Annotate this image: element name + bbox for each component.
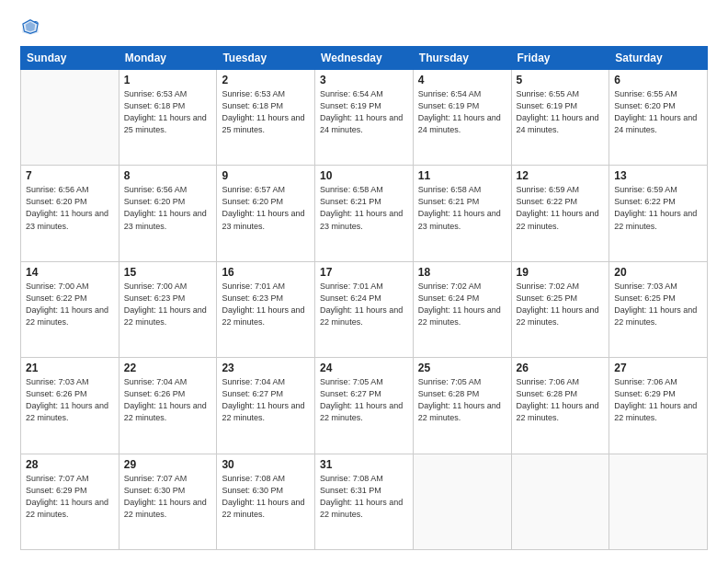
day-number: 13 xyxy=(614,169,702,182)
calendar-cell: 6Sunrise: 6:55 AMSunset: 6:20 PMDaylight… xyxy=(609,70,708,166)
calendar-cell: 28Sunrise: 7:07 AMSunset: 6:29 PMDayligh… xyxy=(21,454,119,549)
day-number: 29 xyxy=(124,458,212,471)
cell-content: Sunrise: 7:06 AMSunset: 6:29 PMDaylight:… xyxy=(614,376,702,424)
cell-content: Sunrise: 6:57 AMSunset: 6:20 PMDaylight:… xyxy=(222,184,310,232)
day-number: 10 xyxy=(320,169,408,182)
day-number: 7 xyxy=(26,169,114,182)
cell-content: Sunrise: 7:04 AMSunset: 6:27 PMDaylight:… xyxy=(222,376,310,424)
cell-content: Sunrise: 7:05 AMSunset: 6:27 PMDaylight:… xyxy=(320,376,408,424)
day-number: 3 xyxy=(320,74,408,86)
day-number: 2 xyxy=(222,74,310,86)
day-number: 21 xyxy=(26,362,114,374)
cell-content: Sunrise: 7:01 AMSunset: 6:23 PMDaylight:… xyxy=(222,281,310,328)
day-number: 12 xyxy=(517,169,605,182)
cell-content: Sunrise: 6:58 AMSunset: 6:21 PMDaylight:… xyxy=(320,184,408,232)
calendar-cell xyxy=(21,70,119,166)
cell-content: Sunrise: 7:08 AMSunset: 6:30 PMDaylight:… xyxy=(222,473,310,521)
calendar-cell: 2Sunrise: 6:53 AMSunset: 6:18 PMDaylight… xyxy=(217,70,315,166)
day-number: 8 xyxy=(124,169,212,182)
day-number: 19 xyxy=(517,266,605,279)
day-number: 24 xyxy=(320,362,408,374)
day-number: 30 xyxy=(222,458,310,471)
cell-content: Sunrise: 6:56 AMSunset: 6:20 PMDaylight:… xyxy=(124,184,212,232)
day-number: 25 xyxy=(418,362,506,374)
cell-content: Sunrise: 7:05 AMSunset: 6:28 PMDaylight:… xyxy=(418,376,506,424)
header-cell-monday: Monday xyxy=(119,47,217,70)
calendar-cell: 15Sunrise: 7:00 AMSunset: 6:23 PMDayligh… xyxy=(119,261,217,357)
calendar-row: 14Sunrise: 7:00 AMSunset: 6:22 PMDayligh… xyxy=(21,261,708,357)
day-number: 27 xyxy=(614,362,702,374)
day-number: 4 xyxy=(418,74,506,86)
calendar-cell: 4Sunrise: 6:54 AMSunset: 6:19 PMDaylight… xyxy=(413,70,511,166)
calendar-cell: 13Sunrise: 6:59 AMSunset: 6:22 PMDayligh… xyxy=(609,166,708,261)
page: SundayMondayTuesdayWednesdayThursdayFrid… xyxy=(0,0,728,563)
calendar-cell: 12Sunrise: 6:59 AMSunset: 6:22 PMDayligh… xyxy=(511,166,609,261)
cell-content: Sunrise: 7:02 AMSunset: 6:24 PMDaylight:… xyxy=(418,281,506,328)
calendar-cell: 3Sunrise: 6:54 AMSunset: 6:19 PMDaylight… xyxy=(315,70,414,166)
calendar-row: 21Sunrise: 7:03 AMSunset: 6:26 PMDayligh… xyxy=(21,358,708,454)
calendar-cell: 17Sunrise: 7:01 AMSunset: 6:24 PMDayligh… xyxy=(315,261,414,357)
cell-content: Sunrise: 7:07 AMSunset: 6:30 PMDaylight:… xyxy=(124,473,212,521)
day-number: 16 xyxy=(222,266,310,279)
calendar-cell: 31Sunrise: 7:08 AMSunset: 6:31 PMDayligh… xyxy=(315,454,414,549)
cell-content: Sunrise: 6:54 AMSunset: 6:19 PMDaylight:… xyxy=(320,88,408,136)
day-number: 17 xyxy=(320,266,408,279)
calendar-cell: 26Sunrise: 7:06 AMSunset: 6:28 PMDayligh… xyxy=(511,358,609,454)
cell-content: Sunrise: 7:02 AMSunset: 6:25 PMDaylight:… xyxy=(517,281,605,328)
day-number: 15 xyxy=(124,266,212,279)
cell-content: Sunrise: 7:00 AMSunset: 6:22 PMDaylight:… xyxy=(26,281,114,328)
calendar-row: 28Sunrise: 7:07 AMSunset: 6:29 PMDayligh… xyxy=(21,454,708,549)
calendar-cell: 1Sunrise: 6:53 AMSunset: 6:18 PMDaylight… xyxy=(119,70,217,166)
calendar-cell: 21Sunrise: 7:03 AMSunset: 6:26 PMDayligh… xyxy=(21,358,119,454)
calendar-cell: 7Sunrise: 6:56 AMSunset: 6:20 PMDaylight… xyxy=(21,166,119,261)
calendar-cell: 18Sunrise: 7:02 AMSunset: 6:24 PMDayligh… xyxy=(413,261,511,357)
cell-content: Sunrise: 7:06 AMSunset: 6:28 PMDaylight:… xyxy=(517,376,605,424)
cell-content: Sunrise: 7:00 AMSunset: 6:23 PMDaylight:… xyxy=(124,281,212,328)
day-number: 6 xyxy=(614,74,702,86)
day-number: 26 xyxy=(517,362,605,374)
calendar-cell: 22Sunrise: 7:04 AMSunset: 6:26 PMDayligh… xyxy=(119,358,217,454)
calendar-cell: 25Sunrise: 7:05 AMSunset: 6:28 PMDayligh… xyxy=(413,358,511,454)
header-cell-saturday: Saturday xyxy=(609,47,708,70)
day-number: 9 xyxy=(222,169,310,182)
cell-content: Sunrise: 6:55 AMSunset: 6:20 PMDaylight:… xyxy=(614,88,702,136)
calendar-cell xyxy=(413,454,511,549)
day-number: 28 xyxy=(26,458,114,471)
calendar-cell: 19Sunrise: 7:02 AMSunset: 6:25 PMDayligh… xyxy=(511,261,609,357)
calendar-cell: 11Sunrise: 6:58 AMSunset: 6:21 PMDayligh… xyxy=(413,166,511,261)
calendar-cell: 16Sunrise: 7:01 AMSunset: 6:23 PMDayligh… xyxy=(217,261,315,357)
cell-content: Sunrise: 6:59 AMSunset: 6:22 PMDaylight:… xyxy=(517,184,605,232)
calendar-cell xyxy=(511,454,609,549)
header-cell-wednesday: Wednesday xyxy=(315,47,414,70)
header xyxy=(20,17,708,37)
header-cell-sunday: Sunday xyxy=(21,47,119,70)
calendar-cell: 29Sunrise: 7:07 AMSunset: 6:30 PMDayligh… xyxy=(119,454,217,549)
day-number: 11 xyxy=(418,169,506,182)
calendar-cell: 8Sunrise: 6:56 AMSunset: 6:20 PMDaylight… xyxy=(119,166,217,261)
calendar-cell: 30Sunrise: 7:08 AMSunset: 6:30 PMDayligh… xyxy=(217,454,315,549)
calendar-cell: 24Sunrise: 7:05 AMSunset: 6:27 PMDayligh… xyxy=(315,358,414,454)
calendar-cell: 5Sunrise: 6:55 AMSunset: 6:19 PMDaylight… xyxy=(511,70,609,166)
calendar-cell xyxy=(609,454,708,549)
cell-content: Sunrise: 6:53 AMSunset: 6:18 PMDaylight:… xyxy=(124,88,212,136)
cell-content: Sunrise: 6:54 AMSunset: 6:19 PMDaylight:… xyxy=(418,88,506,136)
cell-content: Sunrise: 7:03 AMSunset: 6:25 PMDaylight:… xyxy=(614,281,702,328)
calendar-cell: 10Sunrise: 6:58 AMSunset: 6:21 PMDayligh… xyxy=(315,166,414,261)
calendar-cell: 20Sunrise: 7:03 AMSunset: 6:25 PMDayligh… xyxy=(609,261,708,357)
cell-content: Sunrise: 7:01 AMSunset: 6:24 PMDaylight:… xyxy=(320,281,408,328)
calendar-cell: 9Sunrise: 6:57 AMSunset: 6:20 PMDaylight… xyxy=(217,166,315,261)
cell-content: Sunrise: 7:04 AMSunset: 6:26 PMDaylight:… xyxy=(124,376,212,424)
day-number: 1 xyxy=(124,74,212,86)
day-number: 20 xyxy=(614,266,702,279)
header-row: SundayMondayTuesdayWednesdayThursdayFrid… xyxy=(21,47,708,70)
header-cell-friday: Friday xyxy=(511,47,609,70)
cell-content: Sunrise: 6:58 AMSunset: 6:21 PMDaylight:… xyxy=(418,184,506,232)
day-number: 18 xyxy=(418,266,506,279)
logo-icon xyxy=(20,17,40,37)
cell-content: Sunrise: 6:59 AMSunset: 6:22 PMDaylight:… xyxy=(614,184,702,232)
day-number: 31 xyxy=(320,458,408,471)
day-number: 14 xyxy=(26,266,114,279)
calendar-body: 1Sunrise: 6:53 AMSunset: 6:18 PMDaylight… xyxy=(21,70,708,550)
header-cell-thursday: Thursday xyxy=(413,47,511,70)
calendar-cell: 23Sunrise: 7:04 AMSunset: 6:27 PMDayligh… xyxy=(217,358,315,454)
